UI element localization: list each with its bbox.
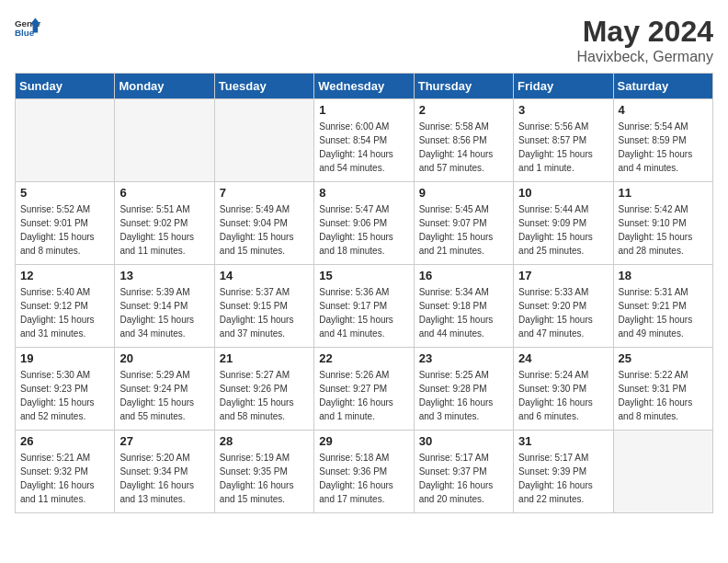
day-number: 10 xyxy=(518,186,608,200)
calendar-title: May 2024 xyxy=(577,15,714,49)
day-info: Sunrise: 5:45 AMSunset: 9:07 PMDaylight:… xyxy=(419,202,508,258)
day-cell: 2Sunrise: 5:58 AMSunset: 8:56 PMDaylight… xyxy=(414,99,513,182)
day-cell: 14Sunrise: 5:37 AMSunset: 9:15 PMDayligh… xyxy=(214,265,313,348)
header-cell-sunday: Sunday xyxy=(16,74,115,99)
day-info: Sunrise: 5:40 AMSunset: 9:12 PMDaylight:… xyxy=(20,285,109,340)
day-cell: 13Sunrise: 5:39 AMSunset: 9:14 PMDayligh… xyxy=(115,265,214,348)
day-cell: 18Sunrise: 5:31 AMSunset: 9:21 PMDayligh… xyxy=(613,265,712,348)
calendar-subtitle: Havixbeck, Germany xyxy=(577,49,714,65)
logo: General Blue xyxy=(15,15,40,40)
header-cell-monday: Monday xyxy=(115,74,214,99)
day-number: 25 xyxy=(619,351,708,365)
day-info: Sunrise: 5:58 AMSunset: 8:56 PMDaylight:… xyxy=(419,120,508,175)
day-cell: 28Sunrise: 5:19 AMSunset: 9:35 PMDayligh… xyxy=(214,431,313,513)
day-info: Sunrise: 5:30 AMSunset: 9:23 PMDaylight:… xyxy=(20,368,109,423)
day-info: Sunrise: 6:00 AMSunset: 8:54 PMDaylight:… xyxy=(319,120,408,175)
day-cell: 23Sunrise: 5:25 AMSunset: 9:28 PMDayligh… xyxy=(414,348,513,431)
day-cell: 26Sunrise: 5:21 AMSunset: 9:32 PMDayligh… xyxy=(16,431,115,513)
day-cell: 12Sunrise: 5:40 AMSunset: 9:12 PMDayligh… xyxy=(16,265,115,348)
day-number: 30 xyxy=(419,434,508,448)
day-info: Sunrise: 5:49 AMSunset: 9:04 PMDaylight:… xyxy=(220,202,309,258)
day-number: 13 xyxy=(119,269,209,282)
day-number: 21 xyxy=(220,351,309,365)
day-number: 12 xyxy=(20,269,109,282)
day-cell: 5Sunrise: 5:52 AMSunset: 9:01 PMDaylight… xyxy=(16,182,115,265)
day-info: Sunrise: 5:17 AMSunset: 9:39 PMDaylight:… xyxy=(518,451,608,506)
day-cell: 7Sunrise: 5:49 AMSunset: 9:04 PMDaylight… xyxy=(214,182,313,265)
day-number: 14 xyxy=(220,269,309,282)
day-cell: 16Sunrise: 5:34 AMSunset: 9:18 PMDayligh… xyxy=(414,265,513,348)
day-number: 28 xyxy=(220,434,309,448)
day-cell: 8Sunrise: 5:47 AMSunset: 9:06 PMDaylight… xyxy=(314,182,414,265)
day-cell: 30Sunrise: 5:17 AMSunset: 9:37 PMDayligh… xyxy=(414,431,513,513)
day-cell: 17Sunrise: 5:33 AMSunset: 9:20 PMDayligh… xyxy=(514,265,613,348)
day-cell: 1Sunrise: 6:00 AMSunset: 8:54 PMDaylight… xyxy=(314,99,414,182)
day-info: Sunrise: 5:34 AMSunset: 9:18 PMDaylight:… xyxy=(419,285,508,340)
title-area: May 2024 Havixbeck, Germany xyxy=(577,15,714,65)
day-number: 2 xyxy=(419,103,508,117)
week-row-4: 19Sunrise: 5:30 AMSunset: 9:23 PMDayligh… xyxy=(16,348,713,431)
day-number: 1 xyxy=(319,103,408,117)
day-number: 26 xyxy=(20,434,109,448)
day-number: 16 xyxy=(419,269,508,282)
header-cell-wednesday: Wednesday xyxy=(314,74,414,99)
day-number: 3 xyxy=(518,103,608,117)
day-number: 23 xyxy=(419,351,508,365)
day-cell: 29Sunrise: 5:18 AMSunset: 9:36 PMDayligh… xyxy=(314,431,414,513)
day-info: Sunrise: 5:26 AMSunset: 9:27 PMDaylight:… xyxy=(319,368,408,423)
week-row-2: 5Sunrise: 5:52 AMSunset: 9:01 PMDaylight… xyxy=(16,182,713,265)
day-cell: 22Sunrise: 5:26 AMSunset: 9:27 PMDayligh… xyxy=(314,348,414,431)
week-row-1: 1Sunrise: 6:00 AMSunset: 8:54 PMDaylight… xyxy=(16,99,713,182)
day-cell: 15Sunrise: 5:36 AMSunset: 9:17 PMDayligh… xyxy=(314,265,414,348)
day-cell xyxy=(613,431,712,513)
day-info: Sunrise: 5:33 AMSunset: 9:20 PMDaylight:… xyxy=(518,285,608,340)
day-info: Sunrise: 5:37 AMSunset: 9:15 PMDaylight:… xyxy=(220,285,309,340)
svg-text:Blue: Blue xyxy=(15,28,35,38)
day-number: 8 xyxy=(319,186,408,200)
day-number: 31 xyxy=(518,434,608,448)
day-cell: 9Sunrise: 5:45 AMSunset: 9:07 PMDaylight… xyxy=(414,182,513,265)
day-info: Sunrise: 5:31 AMSunset: 9:21 PMDaylight:… xyxy=(619,285,708,340)
week-row-5: 26Sunrise: 5:21 AMSunset: 9:32 PMDayligh… xyxy=(16,431,713,513)
day-cell: 11Sunrise: 5:42 AMSunset: 9:10 PMDayligh… xyxy=(613,182,712,265)
day-number: 6 xyxy=(119,186,209,200)
day-info: Sunrise: 5:39 AMSunset: 9:14 PMDaylight:… xyxy=(119,285,209,340)
day-number: 24 xyxy=(518,351,608,365)
day-cell: 31Sunrise: 5:17 AMSunset: 9:39 PMDayligh… xyxy=(514,431,613,513)
day-info: Sunrise: 5:19 AMSunset: 9:35 PMDaylight:… xyxy=(220,451,309,506)
day-cell: 25Sunrise: 5:22 AMSunset: 9:31 PMDayligh… xyxy=(613,348,712,431)
day-number: 11 xyxy=(619,186,708,200)
day-number: 17 xyxy=(518,269,608,282)
day-number: 4 xyxy=(619,103,708,117)
day-number: 20 xyxy=(119,351,209,365)
day-number: 19 xyxy=(20,351,109,365)
day-info: Sunrise: 5:56 AMSunset: 8:57 PMDaylight:… xyxy=(518,120,608,175)
day-info: Sunrise: 5:36 AMSunset: 9:17 PMDaylight:… xyxy=(319,285,408,340)
day-number: 15 xyxy=(319,269,408,282)
day-cell: 6Sunrise: 5:51 AMSunset: 9:02 PMDaylight… xyxy=(115,182,214,265)
week-row-3: 12Sunrise: 5:40 AMSunset: 9:12 PMDayligh… xyxy=(16,265,713,348)
day-number: 29 xyxy=(319,434,408,448)
calendar-table: SundayMondayTuesdayWednesdayThursdayFrid… xyxy=(15,73,713,513)
day-cell xyxy=(214,99,313,182)
day-info: Sunrise: 5:51 AMSunset: 9:02 PMDaylight:… xyxy=(119,202,209,258)
header-cell-thursday: Thursday xyxy=(414,74,513,99)
day-cell: 27Sunrise: 5:20 AMSunset: 9:34 PMDayligh… xyxy=(115,431,214,513)
day-cell: 20Sunrise: 5:29 AMSunset: 9:24 PMDayligh… xyxy=(115,348,214,431)
day-info: Sunrise: 5:21 AMSunset: 9:32 PMDaylight:… xyxy=(20,451,109,506)
day-info: Sunrise: 5:20 AMSunset: 9:34 PMDaylight:… xyxy=(119,451,209,506)
day-info: Sunrise: 5:22 AMSunset: 9:31 PMDaylight:… xyxy=(619,368,708,423)
day-info: Sunrise: 5:24 AMSunset: 9:30 PMDaylight:… xyxy=(518,368,608,423)
day-cell: 4Sunrise: 5:54 AMSunset: 8:59 PMDaylight… xyxy=(613,99,712,182)
day-info: Sunrise: 5:54 AMSunset: 8:59 PMDaylight:… xyxy=(619,120,708,175)
day-info: Sunrise: 5:47 AMSunset: 9:06 PMDaylight:… xyxy=(319,202,408,258)
day-info: Sunrise: 5:18 AMSunset: 9:36 PMDaylight:… xyxy=(319,451,408,506)
day-cell: 3Sunrise: 5:56 AMSunset: 8:57 PMDaylight… xyxy=(514,99,613,182)
day-info: Sunrise: 5:52 AMSunset: 9:01 PMDaylight:… xyxy=(20,202,109,258)
day-info: Sunrise: 5:25 AMSunset: 9:28 PMDaylight:… xyxy=(419,368,508,423)
day-number: 5 xyxy=(20,186,109,200)
header: General Blue May 2024 Havixbeck, Germany xyxy=(15,15,713,65)
day-number: 27 xyxy=(119,434,209,448)
day-cell: 19Sunrise: 5:30 AMSunset: 9:23 PMDayligh… xyxy=(16,348,115,431)
day-number: 7 xyxy=(220,186,309,200)
